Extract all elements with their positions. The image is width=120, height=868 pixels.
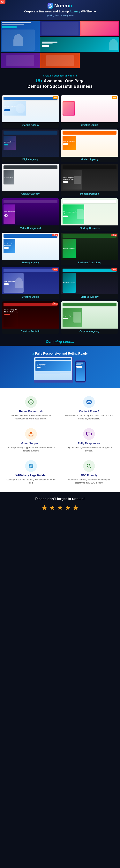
demo-label: Creative Studio (2, 294, 59, 300)
new-badge: New (52, 302, 58, 305)
demo-card-startup-agency2[interactable]: New WordPress Themefor a Startup Start-u… (2, 232, 59, 265)
hero-cell-5 (1, 53, 40, 68)
demo-card-video-bg[interactable]: Video Background Video Background (2, 198, 59, 231)
svg-rect-15 (29, 464, 30, 466)
hash-symbol: # (32, 352, 34, 355)
phone-screen (76, 362, 85, 381)
demo-label: Modern Agency (61, 157, 118, 162)
laptop-hero-text: The best WordPressTheme for a Startup (37, 364, 46, 367)
feature-item-seo: SEO Friendly Our theme perfectly support… (62, 458, 116, 487)
logo-accent: o (69, 3, 72, 8)
feature-title-redux: Redux Framework (6, 410, 56, 413)
feature-desc-cf7: The extension can be of great help to em… (64, 414, 114, 421)
new-badge: New (111, 234, 117, 236)
responsive-icon (83, 428, 95, 440)
new-badge: New (52, 268, 58, 271)
laptop-row (35, 372, 71, 373)
demo-card-creative-agency[interactable]: Creative Agency Creative Agency (2, 164, 59, 196)
svg-rect-16 (31, 464, 33, 466)
demo-card-modern-portfolio[interactable]: Small Thing butIntellectual Idea Modern … (61, 164, 118, 196)
demo-card-corporate-agency[interactable]: Corporate Agency Corporate Agency (61, 301, 118, 334)
demo-card-digital-agency[interactable]: Dark Background isUncommon Digital Agenc… (2, 129, 59, 162)
responsive-section: # Fully Responsive and Retina Ready The … (0, 346, 120, 389)
svg-rect-7 (29, 434, 33, 436)
laptop-base (34, 380, 73, 382)
update-text: Updating demo in every week! (2, 14, 118, 17)
feature-desc-wpbakery: Developers can feel the easy way to work… (6, 478, 56, 485)
theme-title: Corporate Business and Startup Agency WP… (2, 9, 118, 13)
stars-row[interactable]: ★ ★ ★ ★ ★ (4, 504, 116, 512)
feature-desc-redux: Redux is a simple, truly extendable opti… (6, 414, 56, 421)
demo-card-creative-portfolio[interactable]: New Small Thing butIntellectual Idea Cre… (2, 301, 59, 334)
svg-line-20 (90, 467, 91, 468)
demo-label: Start-up Agency (61, 294, 118, 300)
redux-icon (25, 396, 37, 408)
laptop-content-rows (35, 372, 71, 374)
demo-card-startup-agency[interactable]: Hot The best WordPressTheme for a Startu… (2, 95, 59, 128)
svg-rect-18 (31, 466, 33, 468)
star-3[interactable]: ★ (57, 504, 63, 512)
page-header: WP Nimmo Corporate Business and Startup … (0, 0, 120, 20)
hero-banner (0, 20, 120, 69)
demo-card-modern-agency[interactable]: Bring the best design Modern Agency (61, 129, 118, 162)
demo-label: Modern Portfolio (61, 191, 118, 196)
new-badge: New (52, 234, 58, 236)
cf7-icon: 7 (83, 396, 95, 408)
hero-cell-1 (1, 21, 40, 52)
star-2[interactable]: ★ (49, 504, 55, 512)
demo-label: Video Background (2, 225, 59, 231)
create-text: Create a successful website (4, 74, 116, 77)
rating-section: Please don't forget to rate us! ★ ★ ★ ★ … (0, 492, 120, 518)
demo-label: Business Consulting (61, 260, 118, 265)
laptop-container: The best WordPressTheme for a Startup (34, 356, 73, 382)
star-4[interactable]: ★ (65, 504, 71, 512)
feature-title-responsive: Fully Responsive (64, 442, 114, 445)
logo-row: Nimmo (2, 3, 118, 9)
wp-badge: WP (0, 0, 5, 4)
new-badge: New (111, 268, 117, 271)
demo-label: Corporate Agency (61, 329, 118, 334)
demos-grid: Hot The best WordPressTheme for a Startu… (0, 93, 120, 338)
demo-card-business-consulting[interactable]: New Business Consulting Business Consult… (61, 232, 118, 265)
svg-rect-9 (31, 433, 32, 434)
laptop-hero-block: The best WordPressTheme for a Startup (35, 361, 71, 371)
demo-label: Creative Portfolio (2, 329, 59, 334)
star-5[interactable]: ★ (72, 504, 79, 512)
feature-title-seo: SEO Friendly (64, 474, 114, 477)
feature-item-support: Great Support! Get a high quality suppor… (4, 426, 58, 455)
hero-cell-2 (40, 21, 79, 36)
feature-title-support: Great Support! (6, 442, 56, 445)
feature-item-responsive: Fully Responsive Fully responsive, retin… (62, 426, 116, 455)
demo-label: Creative Studio (61, 122, 118, 128)
support-icon (25, 428, 37, 440)
seo-icon (83, 460, 95, 472)
logo-icon (48, 3, 53, 8)
hot-badge: Hot (53, 96, 58, 99)
svg-rect-17 (29, 466, 30, 468)
svg-rect-8 (30, 433, 31, 434)
laptop-row (35, 373, 60, 374)
features-grid: Redux Framework Redux is a simple, truly… (4, 394, 116, 487)
svg-text:7: 7 (89, 400, 90, 402)
demo-card-creative-studio2[interactable]: New Ided Digital Agency Creative Studio (2, 267, 59, 300)
count-highlight: 15+ (35, 79, 43, 83)
demo-card-startup-business[interactable]: We have got to go toa least idea Start-u… (61, 198, 118, 231)
rate-title: Please don't forget to rate us! (4, 497, 116, 501)
svg-marker-1 (49, 5, 51, 7)
svg-point-4 (31, 402, 32, 403)
responsive-title: # Fully Responsive and Retina Ready (4, 352, 116, 355)
feature-item-redux: Redux Framework Redux is a simple, truly… (4, 394, 58, 422)
wpbakery-icon (25, 460, 37, 472)
demo-card-creative-studio[interactable]: Hot Creative Studio (61, 95, 118, 128)
laptop-mock: The best WordPressTheme for a Startup (34, 356, 73, 382)
hero-cell-6 (40, 53, 79, 68)
svg-rect-11 (87, 432, 90, 435)
section-intro: Create a successful website 15+ Awesome … (0, 69, 120, 93)
feature-desc-responsive: Fully responsive, retina ready created a… (64, 446, 114, 453)
feature-title-wpbakery: WPBakery Page Builder (6, 474, 56, 477)
demo-label: Startup Agency (2, 122, 59, 128)
demos-count: 15+ Awesome One Page Demos for Successfu… (4, 78, 116, 89)
demo-card-startup-agency3[interactable]: New New Start-up Agency Start-up Agency (61, 267, 118, 300)
star-1[interactable]: ★ (41, 504, 48, 512)
laptop-nav (35, 358, 71, 360)
